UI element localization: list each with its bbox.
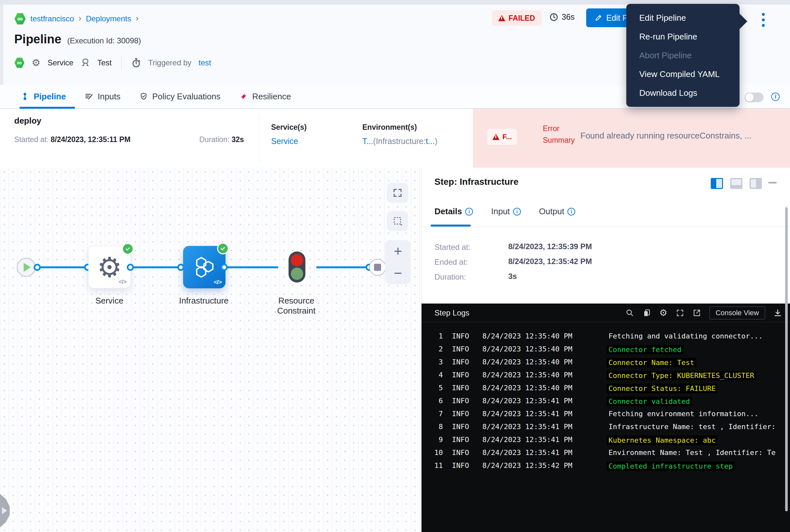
- node-service[interactable]: ⚙ </>: [88, 246, 131, 288]
- end-node[interactable]: [369, 259, 386, 276]
- minimize-icon[interactable]: [768, 182, 777, 184]
- error-summary-section: F... Error Summary Found already running…: [473, 109, 790, 168]
- clock-icon: [549, 13, 558, 22]
- step-panel-tabs: Detailsi Inputi Outputi: [435, 207, 575, 216]
- settings-gear-icon[interactable]: ⚙: [659, 308, 668, 318]
- copy-icon[interactable]: [642, 309, 651, 317]
- info-icon[interactable]: i: [771, 93, 779, 101]
- gear-icon: ⚙: [32, 58, 40, 68]
- node-infrastructure[interactable]: </>: [183, 246, 226, 288]
- error-summary-message: Found already running resourceConstrains…: [580, 131, 787, 141]
- log-line: 9INFO8/24/2023 12:35:41 PMKubernetes Nam…: [422, 436, 790, 446]
- zoom-in-button[interactable]: +: [394, 244, 402, 258]
- environment-name[interactable]: Test: [97, 58, 112, 67]
- tab-policy-evaluations[interactable]: Policy Evaluations: [139, 92, 220, 101]
- failed-short-badge: F...: [487, 129, 517, 145]
- log-line: 6INFO8/24/2023 12:35:41 PMConnector vali…: [422, 397, 790, 408]
- zoom-out-button[interactable]: −: [394, 266, 402, 280]
- ended-at-value: 8/24/2023, 12:35:42 PM: [508, 257, 592, 266]
- harness-logo-icon: ∞: [14, 13, 26, 25]
- log-line: 11INFO8/24/2023 12:35:42 PMCompleted inf…: [422, 461, 790, 473]
- info-icon: i: [465, 208, 473, 215]
- success-check-icon: [122, 243, 134, 255]
- environments-label: Environment(s): [362, 123, 417, 132]
- environments-value[interactable]: T...(Infrastructure:t...): [362, 136, 437, 146]
- pipeline-meta-row: ∞ ⚙ Service Test Triggered by test: [14, 56, 211, 70]
- breadcrumb-project-link[interactable]: testfrancisco: [31, 14, 74, 23]
- error-summary-label: Error Summary: [543, 123, 575, 146]
- open-external-icon[interactable]: [693, 309, 701, 317]
- tab-input[interactable]: Inputi: [491, 207, 521, 216]
- resilience-icon: [239, 92, 248, 101]
- log-line: 4INFO8/24/2023 12:35:40 PMConnector Type…: [422, 371, 790, 382]
- page-title: Pipeline: [14, 32, 61, 46]
- node-label-service: Service: [95, 296, 123, 306]
- services-value-link[interactable]: Service: [271, 136, 298, 146]
- menu-item-download-logs[interactable]: Download Logs: [626, 83, 739, 102]
- tab-pipeline[interactable]: Pipeline: [21, 92, 66, 101]
- gear-icon: ⚙: [97, 253, 122, 281]
- split-view-icon[interactable]: [711, 178, 723, 189]
- breadcrumb: ∞ testfrancisco › Deployments ›: [14, 12, 138, 25]
- expand-left-panel-handle[interactable]: [0, 494, 10, 528]
- step-logs-header: Step Logs ⚙: [422, 304, 790, 322]
- log-line: 8INFO8/24/2023 12:35:41 PMInfrastructure…: [422, 423, 790, 434]
- start-node[interactable]: [17, 258, 36, 277]
- console-view-button[interactable]: Console View: [710, 306, 765, 319]
- infrastructure-icon: [192, 255, 217, 280]
- log-line: 7INFO8/24/2023 12:35:41 PMFetching envir…: [422, 410, 790, 421]
- tab-details[interactable]: Detailsi: [435, 207, 473, 216]
- view-toggle[interactable]: [745, 93, 764, 102]
- stage-duration: Duration: 32s: [199, 135, 244, 144]
- divider: [121, 55, 122, 70]
- node-resource-constraint[interactable]: [289, 251, 305, 283]
- step-logs-title: Step Logs: [435, 308, 469, 318]
- log-line: 2INFO8/24/2023 12:35:40 PMConnector fetc…: [422, 345, 790, 356]
- canvas-select-button[interactable]: [387, 211, 408, 231]
- divider: [422, 227, 790, 227]
- play-icon: [2, 507, 7, 514]
- tab-output[interactable]: Outputi: [539, 207, 575, 216]
- tab-inputs[interactable]: Inputs: [85, 92, 121, 101]
- bottom-view-icon[interactable]: [730, 178, 743, 189]
- breadcrumb-deployments-link[interactable]: Deployments: [86, 14, 131, 23]
- port: [127, 264, 134, 271]
- fullscreen-icon[interactable]: [676, 309, 684, 317]
- triggered-by-label: Triggered by: [148, 58, 192, 67]
- traffic-light-green: [291, 268, 303, 280]
- menu-item-edit-pipeline[interactable]: Edit Pipeline: [626, 8, 739, 27]
- search-icon[interactable]: [626, 309, 634, 317]
- ended-at-label: Ended at:: [435, 258, 468, 267]
- tab-resilience[interactable]: Resilience: [239, 92, 291, 101]
- menu-item-rerun-pipeline[interactable]: Re-run Pipeline: [626, 27, 739, 46]
- inputs-icon: [85, 92, 93, 101]
- step-logs-console: Step Logs ⚙: [422, 304, 790, 532]
- triggered-by-user-link[interactable]: test: [199, 58, 211, 67]
- started-at-label: Started at:: [435, 243, 470, 252]
- pipeline-canvas[interactable]: ⚙ </> Service </> Infrastructure: [0, 168, 421, 532]
- environment-icon: [80, 58, 90, 68]
- traffic-light-red: [291, 254, 303, 266]
- divider: [259, 114, 259, 163]
- stage-summary-bar: deploy Started at: 8/24/2023, 12:35:11 P…: [0, 109, 790, 168]
- log-line: 10INFO8/24/2023 12:35:41 PMEnvironment N…: [422, 449, 790, 459]
- service-name[interactable]: Service: [47, 58, 73, 67]
- warning-icon: [498, 15, 505, 21]
- edge: [133, 266, 178, 268]
- log-line: 3INFO8/24/2023 12:35:40 PMConnector Name…: [422, 358, 790, 369]
- services-label: Service(s): [271, 123, 307, 132]
- canvas-fullscreen-button[interactable]: [387, 183, 408, 203]
- node-label-resource-constraint: Resource Constraint: [277, 296, 316, 316]
- canvas-zoom-controls: + −: [385, 240, 411, 284]
- pipeline-options-menu: Edit Pipeline Re-run Pipeline Abort Pipe…: [626, 4, 739, 107]
- chevron-right-icon: ›: [79, 13, 81, 23]
- right-view-icon[interactable]: [750, 178, 762, 189]
- panel-scrollbar[interactable]: [785, 207, 788, 511]
- more-options-button[interactable]: [761, 13, 766, 27]
- shield-check-icon: [139, 92, 148, 101]
- stage-name[interactable]: deploy: [14, 116, 41, 126]
- play-icon: [24, 263, 31, 272]
- duration-label: Duration:: [435, 272, 466, 282]
- menu-item-view-compiled-yaml[interactable]: View Compiled YAML: [626, 65, 739, 83]
- download-icon[interactable]: [773, 309, 782, 317]
